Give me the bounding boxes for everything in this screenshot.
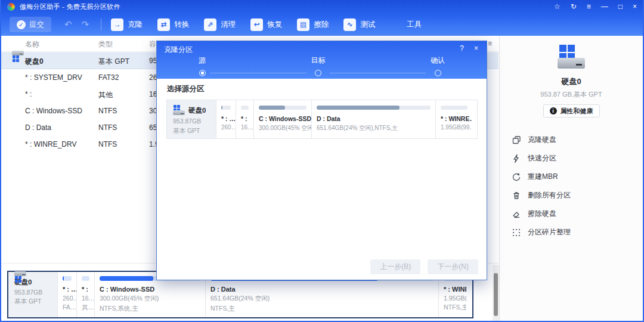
sidebar-item-label: 擦除硬盘	[528, 209, 556, 219]
step-dot-icon	[315, 70, 321, 76]
column-header-0[interactable]: 名称	[25, 39, 39, 49]
row-type: NTFS	[98, 140, 117, 148]
dialog-partition-4[interactable]: * : WINRE…1.95GB(99…	[435, 100, 472, 138]
dialog-disk-size: 953.87GB	[173, 117, 216, 125]
clean-icon: ⇗	[204, 18, 216, 31]
back-button[interactable]: 上一步(B)	[370, 259, 420, 274]
partition-name: C : Windows-SSD	[259, 115, 306, 122]
dialog-disk-type: 基本 GPT	[173, 127, 216, 135]
partition-name: * : …	[63, 286, 72, 293]
step-connector	[210, 73, 306, 73]
sidebar-item-label: 快速分区	[528, 153, 556, 163]
step-dot-icon	[199, 70, 206, 76]
toolbar-button-test[interactable]: ∿测试	[343, 18, 375, 31]
sidebar-item-clone-disk[interactable]: 克隆硬盘	[512, 131, 643, 149]
toolbar-label-convert: 转换	[174, 20, 189, 30]
dialog-disk-strip[interactable]: 硬盘0 953.87GB 基本 GPT * : …260…* :16.…C : …	[166, 100, 478, 139]
toolbar-divider	[101, 18, 101, 30]
row-type: NTFS	[98, 123, 117, 132]
partition-name: * : WINRE…	[441, 115, 467, 122]
row-name: C : Windows-SSD	[25, 107, 82, 115]
toolbar-label-clean: 清理	[221, 20, 236, 30]
dialog-help-icon[interactable]: ?	[460, 44, 464, 52]
check-icon: ✓	[17, 20, 26, 29]
dialog-partition-2[interactable]: C : Windows-SSD300.00GB(45% 空闲),…	[253, 100, 311, 138]
toolbar-button-recover[interactable]: ↩恢复	[250, 18, 282, 31]
undo-icon[interactable]: ↶	[64, 19, 72, 30]
strip-partition-0[interactable]: * : …260…FA…	[57, 272, 76, 317]
strip-disk-type: 基本 GPT	[14, 298, 57, 306]
toolbar-label-recover: 恢复	[267, 20, 282, 30]
row-type: FAT32	[98, 73, 119, 82]
app-window: 傲梅分区助手 - 免费无损分区软件 ☆↻≡—□× ✓ 提交 ↶ ↷ →克隆⇄转换…	[0, 0, 644, 322]
row-name: D : Data	[25, 123, 51, 132]
partition-name: D : Data	[317, 115, 431, 122]
strip-disk-info[interactable]: 硬盘0 953.87GB 基本 GPT	[8, 272, 57, 317]
properties-health-button[interactable]: i 属性和健康	[543, 104, 600, 117]
clone-icon: →	[111, 18, 123, 31]
sync-icon[interactable]: ↻	[571, 3, 577, 10]
toolbar-button-clone[interactable]: →克隆	[111, 18, 143, 31]
next-button[interactable]: 下一步(N)	[428, 259, 478, 274]
partition-info: 300.00GB(45% 空闲),…	[259, 124, 306, 132]
column-header-1[interactable]: 类型	[98, 39, 113, 49]
sidebar-item-delete-all-partitions[interactable]: 删除所有分区	[512, 186, 643, 205]
scrollbar-thumb[interactable]	[494, 273, 498, 316]
partition-name: D : Data	[210, 286, 434, 293]
partition-fs: FA…	[63, 304, 72, 311]
step-label: 目标	[311, 55, 326, 66]
dialog-partition-1[interactable]: * :16.…	[236, 100, 253, 138]
sidebar-item-wipe-disk[interactable]: 擦除硬盘	[512, 205, 643, 223]
window-title: 傲梅分区助手 - 免费无损分区软件	[20, 2, 120, 11]
dialog-partition-3[interactable]: D : Data651.64GB(24% 空闲),NTFS,主	[311, 100, 435, 138]
row-name: * : SYSTEM_DRV	[25, 73, 82, 82]
close-icon[interactable]: ×	[633, 3, 637, 10]
sidebar-disk-name: 硬盘0	[500, 76, 643, 87]
dialog-header: 克隆分区 ? × 源目标确认	[157, 41, 487, 79]
partition-size: 651.64GB(24% 空闲)	[210, 295, 434, 303]
toolbar-button-erase[interactable]: ▤擦除	[297, 18, 329, 31]
row-name: 硬盘0	[25, 57, 44, 67]
maximize-icon[interactable]: □	[618, 3, 623, 10]
usage-bar	[82, 276, 89, 281]
erase-icon: ▤	[297, 18, 309, 31]
submit-button[interactable]: ✓ 提交	[10, 17, 51, 32]
redo-icon[interactable]: ↷	[82, 19, 89, 30]
vertical-scrollbar[interactable]	[493, 265, 499, 322]
row-name: * :	[25, 90, 32, 98]
sidebar-item-quick-partition[interactable]: 快速分区	[512, 149, 643, 168]
toolbar-label-clone: 克隆	[128, 20, 143, 30]
partition-fs: NTFS,系统,主	[100, 305, 200, 313]
partition-size: 260…	[63, 295, 72, 302]
info-icon: i	[550, 107, 557, 114]
sidebar-item-rebuild-mbr[interactable]: 重建MBR	[512, 168, 643, 186]
dialog-disk-name: 硬盘0	[188, 106, 206, 115]
dialog-section-title: 选择源分区	[167, 84, 205, 94]
tools-icon	[390, 18, 402, 31]
toolbar-label-test: 测试	[360, 20, 375, 30]
usage-bar	[241, 106, 249, 110]
partition-size: 300.00GB(45% 空闲)	[100, 295, 200, 303]
toolbar-button-convert[interactable]: ⇄转换	[157, 18, 189, 31]
dialog-close-icon[interactable]: ×	[474, 44, 478, 52]
menu-icon[interactable]: ≡	[587, 3, 591, 10]
minimize-icon[interactable]: —	[601, 3, 608, 10]
toolbar: ✓ 提交 ↶ ↷ →克隆⇄转换⇗清理↩恢复▤擦除∿测试工具	[0, 13, 644, 36]
sidebar-item-label: 分区碎片整理	[528, 227, 571, 237]
step-label: 源	[199, 55, 206, 66]
sidebar-disk-info: 953.87 GB,基本 GPT	[500, 90, 643, 99]
favorite-icon[interactable]: ☆	[554, 3, 561, 10]
partition-name: * :	[82, 286, 89, 293]
dialog-partition-0[interactable]: * : …260…	[216, 100, 236, 138]
partition-info: 16.…	[241, 124, 249, 131]
clone-partition-dialog: 克隆分区 ? × 源目标确认 选择源分区 硬盘0 953.87GB 基本 GPT…	[156, 41, 487, 280]
strip-partition-1[interactable]: * :16.…其…	[76, 272, 94, 317]
sidebar-item-defrag[interactable]: 分区碎片整理	[512, 223, 643, 242]
sidebar-item-label: 重建MBR	[528, 172, 558, 182]
column-settings-icon[interactable]: ≡	[488, 39, 492, 48]
toolbar-button-clean[interactable]: ⇗清理	[204, 18, 236, 31]
partition-fs: NTFS,主	[444, 304, 462, 312]
disk-icon	[173, 105, 185, 115]
toolbar-button-tools[interactable]: 工具	[390, 18, 422, 31]
dialog-disk-info[interactable]: 硬盘0 953.87GB 基本 GPT	[167, 100, 216, 138]
